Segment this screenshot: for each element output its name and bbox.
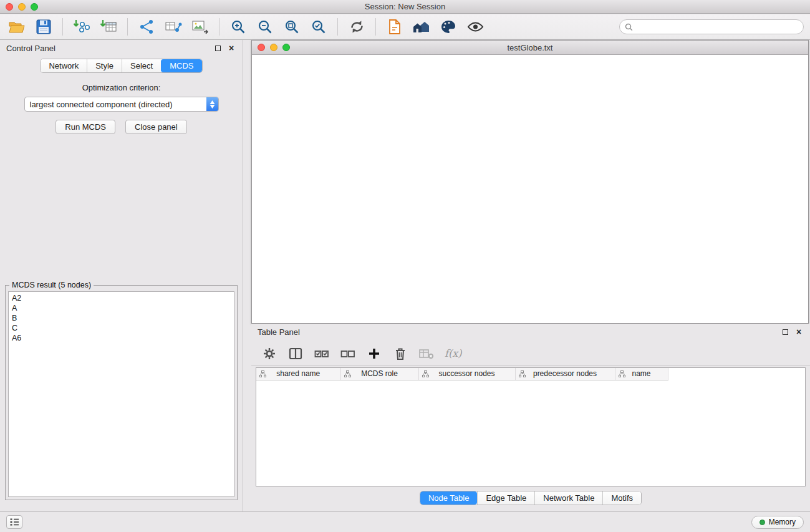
search-icon: [625, 23, 633, 31]
columns-icon[interactable]: [287, 346, 304, 362]
node-table[interactable]: shared nameMCDS rolesuccessor nodesprede…: [256, 367, 806, 486]
optimization-criterion-label: Optimization criterion:: [0, 83, 243, 92]
table-header-row: shared nameMCDS rolesuccessor nodesprede…: [256, 368, 805, 380]
window-title: Session: New Session: [0, 2, 810, 11]
save-session-icon[interactable]: [33, 17, 54, 37]
tab-network-table[interactable]: Network Table: [534, 491, 602, 505]
column-header[interactable]: shared name: [256, 368, 340, 380]
tab-style[interactable]: Style: [87, 59, 122, 72]
refresh-layout-icon[interactable]: [346, 17, 367, 37]
network-and-table-icon[interactable]: [163, 17, 184, 37]
toolbar-separator: [219, 18, 219, 36]
column-header[interactable]: name: [615, 368, 668, 380]
gear-icon[interactable]: [261, 346, 277, 362]
dropdown-stepper-icon: [206, 97, 218, 111]
trash-icon[interactable]: [392, 346, 408, 362]
tab-network[interactable]: Network: [41, 59, 87, 72]
close-table-panel-icon[interactable]: ×: [794, 327, 804, 337]
run-mcds-button[interactable]: Run MCDS: [55, 120, 115, 134]
zoom-in-icon[interactable]: [228, 17, 249, 37]
titlebar: Session: New Session: [0, 0, 810, 14]
search-box[interactable]: [619, 19, 804, 34]
tab-select[interactable]: Select: [122, 59, 161, 72]
select-all-icon[interactable]: [314, 346, 330, 362]
table-panel-title: Table Panel: [258, 327, 300, 337]
network-window-titlebar[interactable]: testGlobe.txt: [252, 41, 808, 55]
memory-label: Memory: [769, 518, 796, 526]
float-table-panel-icon[interactable]: [780, 327, 790, 337]
optimization-criterion-dropdown[interactable]: largest connected component (directed): [24, 97, 219, 112]
network-canvas[interactable]: [252, 55, 808, 322]
toolbar-separator: [337, 18, 338, 36]
result-item[interactable]: C: [9, 323, 234, 333]
network-view-window: testGlobe.txt: [251, 40, 809, 324]
memory-status-icon: [759, 520, 765, 525]
open-session-icon[interactable]: [6, 17, 27, 37]
control-panel: Control Panel × Network Style Select MCD…: [0, 40, 243, 511]
status-bar: Memory: [0, 511, 810, 532]
zoom-fit-icon[interactable]: [281, 17, 302, 37]
toolbar-separator: [375, 18, 376, 36]
control-panel-tab-bar: Network Style Select MCDS: [40, 59, 202, 73]
toolbar-separator: [62, 18, 63, 36]
main-toolbar: [0, 14, 810, 40]
result-item[interactable]: B: [9, 313, 234, 323]
document-icon[interactable]: [384, 17, 405, 37]
close-panel-icon[interactable]: ×: [226, 43, 236, 53]
zoom-selected-icon[interactable]: [308, 17, 329, 37]
mcds-result-title: MCDS result (5 nodes): [9, 281, 94, 289]
dropdown-value: largest connected component (directed): [25, 100, 206, 109]
unselect-all-icon[interactable]: [340, 346, 356, 362]
mcds-result-list[interactable]: A2ABCA6: [8, 291, 234, 497]
tab-node-table[interactable]: Node Table: [420, 491, 478, 505]
table-tab-bar: Node Table Edge Table Network Table Moti…: [420, 491, 642, 505]
control-panel-title: Control Panel: [6, 44, 55, 53]
result-item[interactable]: A2: [9, 293, 234, 303]
import-network-icon[interactable]: [71, 17, 92, 37]
add-icon[interactable]: [366, 346, 382, 362]
home-icon[interactable]: [411, 17, 432, 37]
table-panel: Table Panel ×: [251, 324, 810, 511]
export-image-icon[interactable]: [190, 17, 211, 37]
network-window-title: testGlobe.txt: [252, 43, 808, 52]
table-toolbar: f(x): [251, 341, 810, 366]
column-header[interactable]: successor nodes: [418, 368, 515, 380]
tab-edge-table[interactable]: Edge Table: [477, 491, 534, 505]
tab-mcds[interactable]: MCDS: [161, 59, 201, 72]
network-icon[interactable]: [136, 17, 157, 37]
mcds-result-groupbox: MCDS result (5 nodes) A2ABCA6: [5, 285, 238, 500]
float-panel-icon[interactable]: [213, 43, 223, 53]
function-builder-icon[interactable]: f(x): [445, 347, 461, 359]
search-input[interactable]: [636, 22, 798, 32]
eye-icon[interactable]: [465, 17, 486, 37]
column-header[interactable]: predecessor nodes: [515, 368, 615, 380]
delete-table-icon[interactable]: [418, 346, 435, 362]
show-panels-icon[interactable]: [6, 515, 22, 529]
column-header[interactable]: MCDS role: [340, 368, 418, 380]
application-window: Session: New Session: [0, 0, 810, 532]
memory-button[interactable]: Memory: [751, 516, 804, 529]
close-panel-button[interactable]: Close panel: [125, 120, 187, 134]
apply-style-icon[interactable]: [438, 17, 459, 37]
result-item[interactable]: A: [9, 303, 234, 313]
result-item[interactable]: A6: [9, 333, 234, 343]
import-table-icon[interactable]: [98, 17, 119, 37]
tab-motifs[interactable]: Motifs: [602, 491, 641, 505]
toolbar-separator: [127, 18, 128, 36]
zoom-out-icon[interactable]: [254, 17, 276, 37]
